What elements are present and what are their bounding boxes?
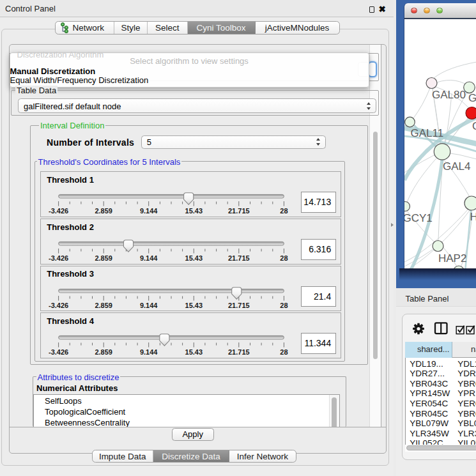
svg-text:21.715: 21.715 (228, 301, 250, 309)
svg-text:-3.426: -3.426 (49, 348, 68, 356)
svg-text:21.715: 21.715 (228, 207, 250, 215)
svg-text:9.144: 9.144 (140, 301, 158, 309)
svg-text:-3.426: -3.426 (49, 254, 68, 262)
svg-text:9.144: 9.144 (140, 254, 158, 262)
svg-text:2.859: 2.859 (95, 207, 113, 215)
svg-text:-3.426: -3.426 (49, 301, 68, 309)
svg-text:GAL11: GAL11 (411, 127, 444, 139)
svg-text:15.43: 15.43 (185, 254, 203, 262)
svg-text:GAL4: GAL4 (443, 160, 470, 172)
svg-text:9.144: 9.144 (140, 348, 158, 356)
svg-text:15.43: 15.43 (185, 301, 203, 309)
svg-text:2.859: 2.859 (95, 254, 113, 262)
svg-text:H: H (470, 211, 476, 223)
svg-text:GCY1: GCY1 (404, 211, 433, 224)
svg-text:15.43: 15.43 (185, 348, 203, 356)
svg-text:28: 28 (280, 207, 288, 215)
svg-text:2.859: 2.859 (95, 301, 113, 309)
svg-text:21.715: 21.715 (228, 254, 250, 262)
svg-text:9.144: 9.144 (140, 207, 158, 215)
svg-text:2.859: 2.859 (95, 348, 113, 356)
svg-text:-3.426: -3.426 (49, 207, 68, 215)
svg-text:HAP2: HAP2 (438, 252, 466, 264)
svg-text:C: C (472, 120, 476, 132)
svg-text:21.715: 21.715 (228, 348, 250, 356)
svg-text:28: 28 (280, 348, 288, 356)
svg-text:28: 28 (280, 301, 288, 309)
svg-text:GAL80: GAL80 (432, 89, 466, 101)
svg-text:GA: GA (468, 92, 476, 104)
svg-text:28: 28 (280, 254, 288, 262)
svg-text:15.43: 15.43 (185, 207, 203, 215)
